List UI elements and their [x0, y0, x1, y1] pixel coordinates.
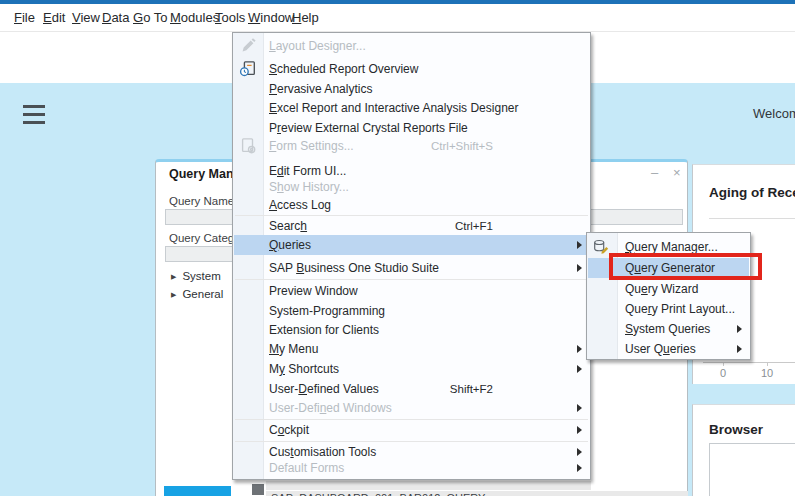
axis-tick-label: 0	[720, 367, 726, 379]
menubar-item-modules[interactable]: Modules	[170, 4, 219, 31]
menu-item-form-settings: Form Settings...Ctrl+Shift+S	[234, 136, 589, 156]
menu-item-sap-business-one-studio-suite[interactable]: SAP Business One Studio Suite	[234, 258, 589, 278]
menu-item-access-log[interactable]: Access Log	[234, 195, 589, 215]
hamburger-menu-icon[interactable]	[23, 105, 45, 127]
axis-tick-label: 10	[761, 367, 773, 379]
menubar-item-goto[interactable]: Go To	[133, 4, 167, 31]
tree-expand-icon[interactable]: ▶	[171, 273, 176, 280]
divider	[709, 218, 795, 219]
browser-panel: Browser	[692, 404, 795, 496]
menubar-item-file[interactable]: File	[14, 4, 35, 31]
menu-item-user-defined-windows: User-Defined Windows	[234, 398, 589, 418]
close-icon[interactable]: ×	[673, 165, 681, 180]
menu-item-system-programming[interactable]: System-Programming	[234, 301, 589, 321]
minimize-icon[interactable]: –	[651, 165, 658, 180]
submenu-arrow-icon	[577, 345, 582, 353]
menu-item-search[interactable]: SearchCtrl+F1	[234, 216, 589, 236]
ok-button[interactable]	[164, 486, 231, 496]
browser-content-box	[709, 443, 795, 496]
shortcut-label: Ctrl+F1	[455, 216, 493, 236]
app-window: File Edit View Data Go To Modules Tools …	[0, 0, 795, 496]
query-name-label: Query Name	[169, 195, 234, 207]
axis-tick	[723, 362, 724, 366]
tree-item-system[interactable]: ▶System	[171, 270, 221, 282]
submenu-arrow-icon	[577, 464, 582, 472]
menu-item-my-shortcuts[interactable]: My Shortcuts	[234, 359, 589, 379]
panel-title: Browser	[709, 422, 763, 437]
menu-item-cockpit[interactable]: Cockpit	[234, 420, 589, 440]
axis-tick	[767, 362, 768, 366]
menubar-item-window[interactable]: Window	[248, 4, 294, 31]
menubar-item-edit[interactable]: Edit	[43, 4, 65, 31]
menu-item-pervasive-analytics[interactable]: Pervasive Analytics	[234, 79, 589, 99]
menu-item-layout-designer: Layout Designer...	[234, 36, 589, 56]
submenu-arrow-icon	[577, 448, 582, 456]
menu-item-preview-window[interactable]: Preview Window	[234, 281, 589, 301]
menu-item-my-menu[interactable]: My Menu	[234, 339, 589, 359]
tools-menu: Layout Designer... Scheduled Report Over…	[232, 32, 591, 480]
panel-title: Aging of Receivables	[709, 185, 795, 200]
query-list-row[interactable]	[266, 481, 591, 490]
menu-bar: File Edit View Data Go To Modules Tools …	[0, 4, 795, 32]
menu-separator	[235, 279, 588, 280]
submenu-arrow-icon	[577, 241, 582, 249]
shortcut-label: Shift+F2	[450, 379, 493, 399]
menubar-item-view[interactable]: View	[72, 4, 100, 31]
submenu-arrow-icon	[577, 264, 582, 272]
menu-item-user-defined-values[interactable]: User-Defined ValuesShift+F2	[234, 379, 589, 399]
menu-item-excel-report-designer[interactable]: Excel Report and Interactive Analysis De…	[234, 98, 589, 118]
submenu-item-query-manager[interactable]: Query Manager...	[588, 237, 749, 257]
shortcut-label: Ctrl+Shift+S	[431, 136, 493, 156]
welcome-text: Welcome	[753, 106, 795, 121]
submenu-arrow-icon	[577, 365, 582, 373]
tree-expand-icon[interactable]: ▶	[171, 291, 176, 298]
submenu-arrow-icon	[737, 325, 742, 333]
menu-item-scheduled-report-overview[interactable]: Scheduled Report Overview	[234, 59, 589, 79]
submenu-item-query-wizard[interactable]: Query Wizard	[588, 279, 749, 299]
menu-item-queries[interactable]: Queries	[234, 235, 589, 255]
submenu-arrow-icon	[577, 426, 582, 434]
menu-item-preview-external-crystal-reports[interactable]: Preview External Crystal Reports File	[234, 118, 589, 138]
submenu-item-system-queries[interactable]: System Queries	[588, 319, 749, 339]
chart-x-axis	[703, 362, 795, 363]
list-marker	[252, 484, 264, 495]
submenu-item-user-queries[interactable]: User Queries	[588, 339, 749, 359]
submenu-arrow-icon	[737, 345, 742, 353]
query-list-row[interactable]: SAP_DASHBOARD_001_BAR012_QUERY	[266, 491, 688, 496]
menu-item-show-history: Show History...	[234, 177, 589, 197]
submenu-item-query-generator[interactable]: Query Generator	[588, 258, 749, 278]
menu-item-extension-for-clients[interactable]: Extension for Clients	[234, 320, 589, 340]
menubar-item-help[interactable]: Help	[292, 4, 319, 31]
submenu-arrow-icon	[577, 404, 582, 412]
menu-item-default-forms: Default Forms	[234, 458, 589, 478]
submenu-item-query-print-layout[interactable]: Query Print Layout...	[588, 299, 749, 319]
tree-item-general[interactable]: ▶General	[171, 288, 223, 300]
queries-submenu: Query Manager... Query Generator Query W…	[586, 232, 751, 360]
menubar-item-tools[interactable]: Tools	[215, 4, 245, 31]
menubar-item-data[interactable]: Data	[102, 4, 129, 31]
